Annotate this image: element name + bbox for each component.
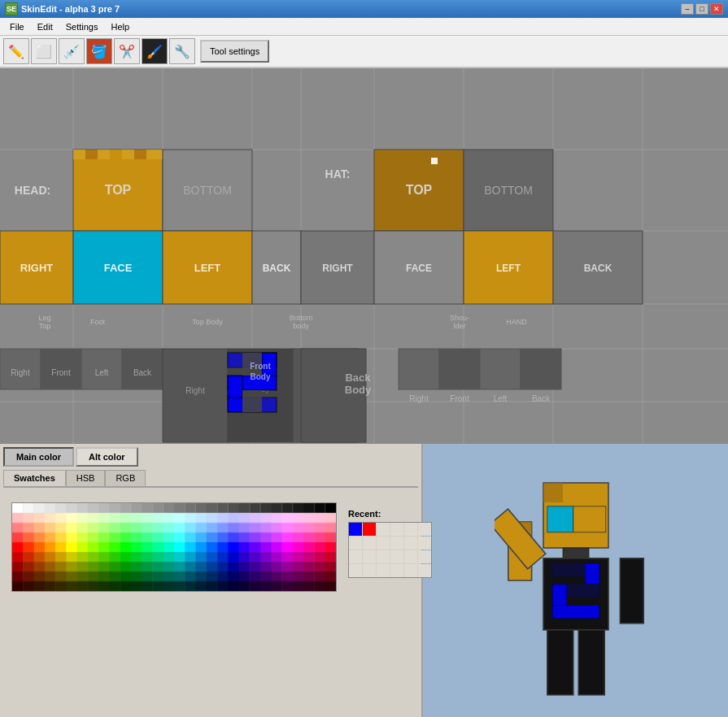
skin-editor-canvas[interactable]: RIGHT FACE LEFT BACK RIGHT FACE LEFT: [0, 68, 728, 444]
picker-type-tabs: Swatches HSB RGB: [3, 470, 418, 488]
recent-color-6[interactable]: [418, 523, 431, 536]
svg-rect-84: [228, 353, 277, 367]
title-controls: – □ ✕: [681, 3, 723, 15]
svg-text:LEGS:: LEGS:: [15, 363, 50, 376]
menu-file[interactable]: File: [3, 20, 31, 33]
maximize-button[interactable]: □: [695, 3, 708, 15]
swatch-container: Recent:: [3, 494, 418, 600]
svg-text:Shou-: Shou-: [450, 314, 469, 322]
recent-color-16[interactable]: [390, 550, 403, 563]
title-bar-left: SE SkinEdit - alpha 3 pre 7: [5, 2, 120, 15]
recent-color-19[interactable]: [349, 564, 362, 577]
eraser-tool-button[interactable]: ⬜: [31, 38, 57, 64]
svg-rect-52: [41, 349, 81, 389]
svg-text:Back: Back: [133, 368, 152, 377]
svg-rect-72: [480, 349, 521, 389]
recent-color-17[interactable]: [404, 550, 417, 563]
svg-text:RIGHT: RIGHT: [20, 262, 54, 274]
close-button[interactable]: ✕: [710, 3, 723, 15]
color-panel: Main color Alt color Swatches HSB RGB Re…: [0, 444, 423, 717]
recent-color-18[interactable]: [418, 550, 431, 563]
toolbar: ✏️ ⬜ 💉 🪣 ✂️ 🖌️ 🔧 Tool settings: [0, 36, 728, 68]
svg-rect-32: [464, 150, 553, 231]
svg-rect-22: [0, 231, 73, 304]
menu-settings[interactable]: Settings: [59, 20, 105, 33]
svg-rect-70: [399, 349, 439, 389]
svg-text:Front: Front: [251, 374, 270, 383]
svg-rect-90: [242, 390, 262, 412]
svg-rect-89: [242, 353, 262, 376]
svg-rect-26: [163, 231, 252, 304]
main-color-tab[interactable]: Main color: [3, 447, 74, 467]
svg-rect-110: [620, 558, 643, 624]
svg-rect-18: [122, 150, 134, 159]
svg-text:Right: Right: [185, 386, 205, 395]
recent-color-14[interactable]: [363, 550, 376, 563]
svg-rect-102: [585, 563, 599, 584]
rgb-tab[interactable]: RGB: [105, 470, 146, 486]
svg-rect-104: [552, 584, 567, 606]
recent-color-7[interactable]: [349, 537, 362, 550]
menu-edit[interactable]: Edit: [31, 20, 59, 33]
recent-color-2[interactable]: [363, 523, 376, 536]
svg-text:Arms:: Arms:: [451, 363, 484, 376]
svg-text:TOP: TOP: [406, 183, 433, 197]
recent-color-22[interactable]: [390, 564, 403, 577]
svg-rect-33: [301, 231, 374, 304]
svg-text:FACE: FACE: [104, 262, 133, 274]
svg-text:Leg: Leg: [38, 314, 50, 322]
recent-color-4[interactable]: [390, 523, 403, 536]
eyedropper-tool-button[interactable]: 💉: [59, 38, 85, 64]
recent-color-20[interactable]: [363, 564, 376, 577]
color-swatch-grid[interactable]: [11, 502, 337, 592]
svg-rect-99: [563, 548, 589, 558]
hsb-tab[interactable]: HSB: [66, 470, 106, 486]
select-tool-button[interactable]: ✂️: [114, 38, 140, 64]
recent-color-13[interactable]: [349, 550, 362, 563]
app-icon: SE: [5, 2, 18, 15]
recent-color-1[interactable]: [349, 523, 362, 536]
recent-color-8[interactable]: [363, 537, 376, 550]
svg-text:BOTTOM: BOTTOM: [183, 184, 232, 197]
svg-rect-39: [553, 231, 643, 304]
swatches-tab[interactable]: Swatches: [3, 470, 66, 486]
svg-rect-107: [566, 584, 599, 606]
character-svg: [495, 470, 657, 717]
svg-rect-51: [0, 349, 41, 389]
recent-color-15[interactable]: [377, 550, 390, 563]
menu-help[interactable]: Help: [104, 20, 136, 33]
svg-text:body: body: [293, 322, 309, 330]
svg-rect-91: [228, 353, 242, 376]
svg-rect-113: [495, 509, 546, 569]
recent-color-3[interactable]: [377, 523, 390, 536]
svg-rect-16: [98, 150, 110, 159]
svg-rect-106: [552, 563, 585, 584]
svg-text:Left: Left: [494, 394, 508, 403]
svg-text:Foot: Foot: [90, 318, 106, 326]
alt-color-tab[interactable]: Alt color: [76, 447, 138, 467]
recent-color-21[interactable]: [377, 564, 390, 577]
color-mode-tabs: Main color Alt color: [3, 447, 418, 467]
fill-tool-button[interactable]: 🪣: [86, 38, 112, 64]
recent-color-5[interactable]: [404, 523, 417, 536]
svg-rect-28: [252, 231, 301, 304]
wrench-tool-button[interactable]: 🔧: [169, 38, 195, 64]
recent-color-11[interactable]: [404, 537, 417, 550]
minimize-button[interactable]: –: [681, 3, 694, 15]
svg-text:lder: lder: [453, 322, 465, 330]
recent-color-24[interactable]: [418, 564, 431, 577]
recent-color-23[interactable]: [404, 564, 417, 577]
recent-color-12[interactable]: [418, 537, 431, 550]
svg-text:RIGHT: RIGHT: [322, 263, 353, 274]
svg-rect-88: [228, 398, 277, 412]
svg-rect-64: [293, 349, 358, 442]
svg-rect-24: [73, 231, 163, 304]
recent-colors-grid: [348, 522, 432, 578]
svg-rect-13: [73, 150, 163, 231]
recent-color-9[interactable]: [377, 537, 390, 550]
pencil-tool-button[interactable]: ✏️: [3, 38, 29, 64]
svg-text:HAND: HAND: [506, 318, 527, 326]
recent-color-10[interactable]: [390, 537, 403, 550]
tool-settings-button[interactable]: Tool settings: [200, 40, 269, 63]
brush-tool-button[interactable]: 🖌️: [142, 38, 168, 64]
